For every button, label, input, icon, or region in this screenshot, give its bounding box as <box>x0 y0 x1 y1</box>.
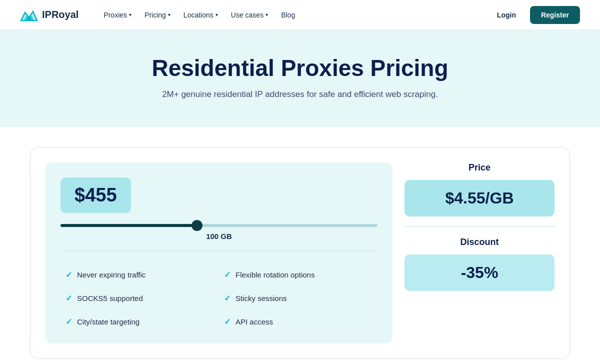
hero-section: Residential Proxies Pricing 2M+ genuine … <box>0 30 600 127</box>
login-button[interactable]: Login <box>489 7 524 23</box>
feature-flexible-rotation: ✓ Flexible rotation options <box>219 263 378 286</box>
nav-actions: Login Register <box>489 6 580 24</box>
check-icon: ✓ <box>224 317 230 326</box>
chevron-down-icon: ▾ <box>216 12 218 18</box>
nav-use-cases[interactable]: Use cases ▾ <box>226 8 273 22</box>
chevron-down-icon: ▾ <box>129 12 132 18</box>
navbar: IPRoyal Proxies ▾ Pricing ▾ Locations ▾ … <box>0 0 600 30</box>
check-icon: ✓ <box>224 270 230 280</box>
feature-socks5: ✓ SOCKS5 supported <box>60 286 219 310</box>
nav-blog[interactable]: Blog <box>276 8 300 22</box>
slider-thumb[interactable] <box>192 220 202 231</box>
feature-api-access: ✓ API access <box>219 310 378 334</box>
nav-links: Proxies ▾ Pricing ▾ Locations ▾ Use case… <box>98 8 489 22</box>
logo-text: IPRoyal <box>42 9 78 20</box>
check-icon: ✓ <box>66 270 72 280</box>
discount-label: Discount <box>404 237 554 248</box>
logo[interactable]: IPRoyal <box>20 8 78 22</box>
nav-pricing[interactable]: Pricing ▾ <box>140 8 176 22</box>
pricing-left-panel: $455 100 GB ✓ Never expiring traffic ✓ F… <box>46 162 392 344</box>
check-icon: ✓ <box>224 294 230 303</box>
pricing-card: $455 100 GB ✓ Never expiring traffic ✓ F… <box>30 147 570 359</box>
nav-proxies[interactable]: Proxies ▾ <box>98 8 136 22</box>
slider-container[interactable]: 100 GB <box>60 224 378 240</box>
divider <box>404 226 554 227</box>
main-content: $455 100 GB ✓ Never expiring traffic ✓ F… <box>0 127 600 364</box>
price-bubble: $455 <box>60 178 131 213</box>
pricing-right-panel: Price $4.55/GB Discount -35% <box>404 162 554 344</box>
discount-section: Discount -35% <box>404 237 554 291</box>
price-label: Price <box>404 162 554 173</box>
discount-value: -35% <box>461 264 498 282</box>
features-grid: ✓ Never expiring traffic ✓ Flexible rota… <box>60 250 378 334</box>
feature-sticky-sessions: ✓ Sticky sessions <box>219 286 378 310</box>
chevron-down-icon: ▾ <box>168 12 170 18</box>
check-icon: ✓ <box>66 294 72 303</box>
check-icon: ✓ <box>66 317 72 326</box>
hero-subtitle: 2M+ genuine residential IP addresses for… <box>160 90 440 100</box>
hero-title: Residential Proxies Pricing <box>20 55 580 82</box>
chevron-down-icon: ▾ <box>266 12 268 18</box>
slider-fill <box>60 224 197 227</box>
price-bubble-value: $455 <box>74 184 117 206</box>
register-button[interactable]: Register <box>530 6 580 24</box>
price-per-gb: $4.55/GB <box>446 189 514 207</box>
discount-box: -35% <box>404 254 554 291</box>
slider-label: 100 GB <box>60 232 378 240</box>
price-section: Price $4.55/GB <box>404 162 554 216</box>
price-box: $4.55/GB <box>404 180 554 216</box>
nav-locations[interactable]: Locations ▾ <box>178 8 223 22</box>
feature-city-state: ✓ City/state targeting <box>60 310 219 334</box>
feature-never-expiring: ✓ Never expiring traffic <box>60 263 219 286</box>
slider-track <box>60 224 378 227</box>
logo-icon <box>20 8 38 22</box>
